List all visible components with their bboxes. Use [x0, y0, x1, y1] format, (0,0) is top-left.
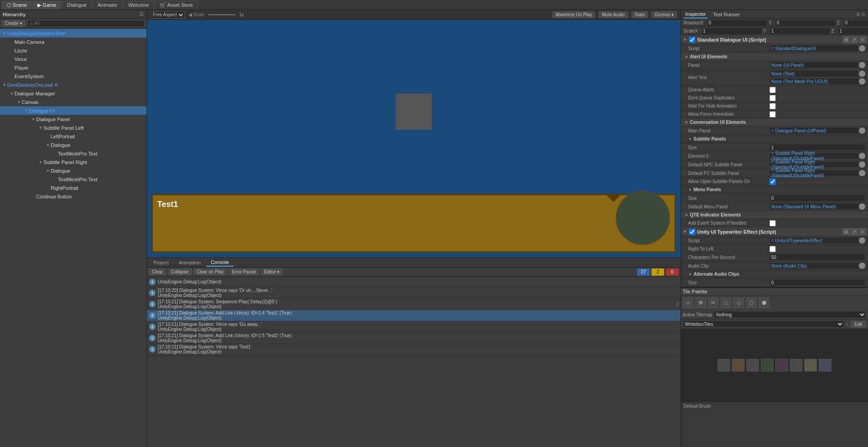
active-tilemap-select[interactable]: Nothing: [714, 311, 866, 318]
hier-item-14[interactable]: TextMeshPro Text: [0, 149, 146, 158]
hier-item-0[interactable]: ▼ UnityDialogueSystemTest*: [0, 29, 146, 38]
tile-cell[interactable]: [790, 359, 802, 372]
add-event-system-checkbox[interactable]: [769, 220, 776, 226]
scale-x[interactable]: [701, 28, 762, 35]
hier-item-16[interactable]: ▼ Dialogue: [0, 166, 146, 175]
tile-cell[interactable]: [732, 359, 745, 372]
allow-force-checkbox[interactable]: [769, 111, 776, 118]
tile-cell[interactable]: [761, 359, 774, 372]
tile-box-btn[interactable]: □: [721, 297, 731, 308]
console-row-1[interactable]: i [17:10:20] Dialogue System: Vince says…: [147, 287, 680, 299]
tab-asset-store[interactable]: 🛒 Asset Store: [155, 1, 198, 9]
tile-cell[interactable]: [746, 359, 759, 372]
tile-fill-btn[interactable]: ⬡: [746, 297, 757, 308]
comp-icon-2[interactable]: ≡: [859, 36, 866, 43]
collapse-button[interactable]: Collapse: [168, 268, 192, 275]
console-row-2[interactable]: i [17:10:21] Dialogue System: Sequencer.…: [147, 299, 680, 310]
chars-per-sec-input[interactable]: [769, 254, 865, 261]
inspector-tab[interactable]: Inspector: [684, 10, 708, 19]
console-row-3[interactable]: i [17:10:21] Dialogue System: Add Link (…: [147, 310, 680, 321]
subtitle-size-input[interactable]: [769, 144, 865, 151]
hier-item-5[interactable]: EventSystem: [0, 72, 146, 80]
hier-item-13[interactable]: ▼ Dialogue: [0, 141, 146, 149]
stats-button[interactable]: Stats: [632, 11, 648, 18]
hier-item-17[interactable]: TextMeshPro Text: [0, 175, 146, 184]
tab-console[interactable]: Console: [206, 259, 233, 267]
tab-dialogue[interactable]: Dialogue: [62, 1, 91, 9]
comp-icon-4[interactable]: ↗: [851, 228, 858, 235]
hier-item-1[interactable]: Main Camera: [0, 38, 146, 46]
rotation-x[interactable]: [707, 19, 768, 27]
clear-button[interactable]: Clear: [149, 268, 166, 275]
tab-project[interactable]: Project: [149, 259, 173, 266]
test-runner-tab[interactable]: Test Runner: [711, 11, 741, 18]
mute-audio-button[interactable]: Mute Audio: [599, 11, 627, 18]
tab-animation[interactable]: Animation: [174, 259, 205, 266]
tab-animator[interactable]: Animator: [93, 1, 123, 9]
tile-picker-btn[interactable]: ⬢: [759, 297, 769, 308]
tab-game[interactable]: ▶ Game: [33, 1, 61, 9]
console-row-5[interactable]: i [17:10:21] Dialogue System: Add Link (…: [147, 333, 680, 344]
hier-item-3[interactable]: Vince: [0, 55, 146, 63]
tile-select-btn[interactable]: ⊹: [683, 297, 693, 308]
gizmos-button[interactable]: Gizmos ▾: [651, 11, 677, 18]
hier-item-19[interactable]: Continue Button: [0, 192, 146, 201]
hier-item-4[interactable]: Player: [0, 63, 146, 72]
create-button[interactable]: Create ▾: [2, 20, 25, 27]
section-conversation-ui[interactable]: ▼ Conversation UI Elements: [681, 118, 868, 127]
hier-item-7[interactable]: ▼ Dialogue Manager: [0, 89, 146, 98]
tab-scene[interactable]: ⬡ Scene: [2, 1, 32, 9]
editor-button[interactable]: Editor ▾: [261, 268, 283, 275]
component-standard-dialogue-ui[interactable]: ▼ Standard Dialogue UI (Script) ⊞ ↗ ≡: [681, 35, 868, 44]
tile-paint-btn[interactable]: ✏: [708, 297, 719, 308]
tile-edit-button[interactable]: Edit: [850, 321, 866, 328]
section-qte[interactable]: ▼ QTE Indicator Elements: [681, 211, 868, 219]
tab-welcome[interactable]: Welcome: [123, 1, 154, 9]
hier-item-12[interactable]: LeftPortrait: [0, 132, 146, 141]
hier-item-11[interactable]: ▼ Subtitle Panel Left: [0, 123, 146, 132]
console-row-6[interactable]: i [17:10:21] Dialogue System: Vince says…: [147, 344, 680, 355]
comp-icon-0[interactable]: ⊞: [843, 36, 850, 43]
right-to-left-checkbox[interactable]: [769, 246, 776, 252]
allow-open-subtitle-checkbox[interactable]: [769, 179, 776, 185]
tile-cell[interactable]: [775, 359, 788, 372]
comp-icon-1[interactable]: ↗: [851, 36, 858, 43]
hier-item-10[interactable]: ▼ Dialogue Panel: [0, 115, 146, 123]
hier-item-15[interactable]: ▼ Subtitle Panel Right: [0, 158, 146, 166]
clear-on-play-button[interactable]: Clear on Play: [193, 268, 227, 275]
comp-checkbox-0[interactable]: [689, 37, 695, 43]
wait-hide-checkbox[interactable]: [769, 103, 776, 109]
component-typewriter-effect[interactable]: ▼ Unity UI Typewriter Effect (Script) ⊞ …: [681, 227, 868, 236]
dont-queue-dup-checkbox[interactable]: [769, 95, 776, 101]
hier-item-9[interactable]: ▼ Dialogue UI: [0, 106, 146, 115]
rotation-y[interactable]: [775, 19, 836, 27]
hier-item-2[interactable]: Lizzie: [0, 46, 146, 55]
error-pause-button[interactable]: Error Pause: [229, 268, 259, 275]
alt-audio-size-input[interactable]: [769, 279, 865, 286]
hier-item-18[interactable]: RightPortrait: [0, 184, 146, 192]
section-menu-panels[interactable]: ▼ Menu Panels: [681, 186, 868, 194]
aspect-dropdown[interactable]: Free Aspect: [151, 11, 185, 19]
hier-item-8[interactable]: ▼ Canvas: [0, 98, 146, 106]
comp-icon-5[interactable]: ≡: [859, 228, 866, 235]
section-alert-ui[interactable]: ▼ Alert UI Elements: [681, 53, 868, 61]
tile-erase-btn[interactable]: ◇: [733, 297, 744, 308]
tile-move-btn[interactable]: ✥: [695, 297, 706, 308]
scale-z[interactable]: [838, 28, 868, 35]
tile-palette-select[interactable]: WhiteboxTiles: [683, 320, 844, 328]
scale-y[interactable]: [769, 28, 830, 35]
queue-alerts-checkbox[interactable]: [769, 87, 776, 93]
menu-size-input[interactable]: [769, 194, 865, 202]
rotation-z[interactable]: [843, 19, 868, 27]
comp-checkbox-1[interactable]: [689, 229, 695, 235]
tile-cell[interactable]: [819, 359, 831, 372]
hierarchy-search[interactable]: [27, 20, 145, 27]
tile-cell[interactable]: [717, 359, 730, 372]
maximize-on-play-button[interactable]: Maximize On Play: [552, 11, 595, 18]
hier-item-6[interactable]: ▼ DontDestroyOnLoad ⚙: [0, 80, 146, 89]
tile-cell[interactable]: [804, 359, 817, 372]
console-row-4[interactable]: i [17:10:21] Dialogue System: Vince says…: [147, 321, 680, 333]
section-subtitle-panels[interactable]: ▼ Subtitle Panels: [681, 135, 868, 143]
console-row-0[interactable]: i UnityEngine.Debug:Log(Object): [147, 277, 680, 287]
section-alt-audio-clips[interactable]: ▼ Alternate Audio Clips: [681, 270, 868, 278]
